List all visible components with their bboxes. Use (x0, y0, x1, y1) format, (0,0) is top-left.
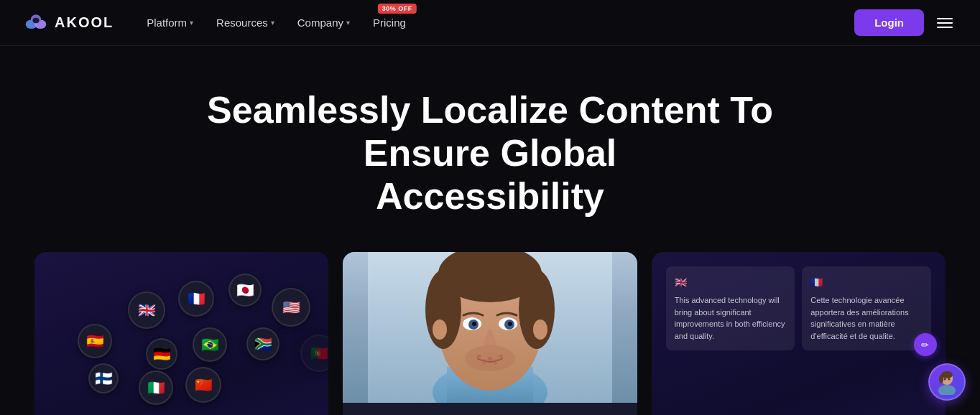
edit-button[interactable]: ✏ (914, 333, 937, 356)
nav-links: Platform ▾ Resources ▾ Company ▾ 30% OFF… (137, 11, 854, 34)
logo-text: AKOOL (55, 14, 114, 31)
svg-point-22 (488, 357, 492, 360)
flag-es: 🇪🇸 (78, 324, 112, 358)
chevron-down-icon: ▾ (346, 19, 350, 27)
flag-it: 🇮🇹 (139, 370, 173, 405)
card-lipsync: Realistic Lip-Sync Experience lifelike m… (343, 252, 637, 415)
svg-point-27 (938, 385, 956, 395)
flags-area: 🇪🇸 🇬🇧 🇫🇷 🇯🇵 🇺🇸 🇩🇪 🇧🇷 🇿🇦 🇫🇮 🇮🇹 🇨🇳 🇵🇹 (34, 252, 328, 403)
chevron-down-icon: ▾ (271, 19, 274, 27)
avatar-bubble[interactable] (928, 363, 966, 401)
login-button[interactable]: Login (854, 9, 924, 36)
card-proofreading-info: Enhanced Proofreading Editor Make multip… (652, 403, 946, 415)
card-languages: 🇪🇸 🇬🇧 🇫🇷 🇯🇵 🇺🇸 🇩🇪 🇧🇷 🇿🇦 🇫🇮 🇮🇹 🇨🇳 🇵🇹 Supp… (34, 252, 328, 415)
nav-item-company[interactable]: Company ▾ (287, 11, 360, 34)
flag-br: 🇧🇷 (193, 327, 227, 362)
hero-title: Seamlessly Localize Content To Ensure Gl… (167, 89, 813, 218)
svg-point-25 (494, 363, 497, 365)
proofreading-content: 🇬🇧 This advanced technology will bring a… (652, 252, 946, 403)
nav-right: Login (854, 9, 957, 36)
hamburger-line (937, 22, 953, 24)
card-proofreading: 🇬🇧 This advanced technology will bring a… (652, 252, 946, 415)
nav-item-resources[interactable]: Resources ▾ (206, 11, 285, 34)
hamburger-line (937, 18, 953, 19)
svg-point-19 (508, 322, 512, 326)
svg-point-21 (477, 355, 481, 358)
svg-point-12 (433, 320, 447, 340)
hamburger-menu[interactable] (933, 14, 957, 32)
nav-resources-label: Resources (216, 17, 268, 29)
lipsync-image (343, 252, 637, 403)
flag-extra: 🇵🇹 (300, 335, 328, 372)
chevron-down-icon: ▾ (190, 19, 193, 27)
svg-point-18 (472, 322, 476, 326)
hamburger-line (937, 27, 953, 28)
flag-de: 🇩🇪 (146, 338, 177, 370)
flag-cn: 🇨🇳 (185, 367, 221, 403)
svg-point-3 (33, 17, 40, 22)
trans-box-en-header: 🇬🇧 (675, 275, 787, 290)
nav-item-pricing[interactable]: 30% OFF Pricing (363, 11, 416, 34)
flag-gb: 🇬🇧 (128, 292, 165, 329)
flag-en-icon: 🇬🇧 (675, 275, 687, 290)
cards-section: 🇪🇸 🇬🇧 🇫🇷 🇯🇵 🇺🇸 🇩🇪 🇧🇷 🇿🇦 🇫🇮 🇮🇹 🇨🇳 🇵🇹 Supp… (0, 252, 980, 415)
logo[interactable]: AKOOL (23, 10, 114, 36)
flag-fr-icon: 🇫🇷 (810, 275, 823, 290)
translation-boxes: 🇬🇧 This advanced technology will bring a… (666, 266, 931, 350)
translation-box-en: 🇬🇧 This advanced technology will bring a… (666, 266, 795, 350)
svg-point-32 (948, 378, 951, 381)
flag-jp: 🇯🇵 (228, 274, 262, 307)
nav-item-platform[interactable]: Platform ▾ (137, 11, 203, 34)
svg-point-13 (533, 320, 547, 340)
hero-section: Seamlessly Localize Content To Ensure Gl… (0, 46, 980, 252)
card-lipsync-info: Realistic Lip-Sync Experience lifelike m… (343, 403, 637, 415)
pricing-badge: 30% OFF (378, 4, 417, 14)
flag-za: 🇿🇦 (246, 327, 279, 360)
card-languages-info: Support for 140+ Languages Streamline yo… (34, 403, 328, 415)
flag-us: 🇺🇸 (272, 288, 310, 327)
translation-box-fr: 🇫🇷 Cette technologie avancée apportera d… (802, 266, 931, 350)
translation-en-text: This advanced technology will bring abou… (675, 296, 785, 340)
svg-point-24 (483, 363, 486, 365)
navbar: AKOOL Platform ▾ Resources ▾ Company ▾ 3… (0, 0, 980, 46)
translation-fr-text: Cette technologie avancée apportera des … (810, 296, 908, 340)
nav-platform-label: Platform (147, 17, 187, 29)
flag-fi: 🇫🇮 (88, 363, 119, 393)
nav-pricing-label: Pricing (373, 17, 406, 29)
svg-point-30 (939, 375, 943, 383)
flag-fr: 🇫🇷 (178, 281, 214, 317)
svg-point-31 (944, 378, 946, 381)
nav-company-label: Company (297, 17, 343, 29)
trans-box-fr-header: 🇫🇷 (810, 275, 923, 290)
svg-point-23 (499, 355, 503, 358)
